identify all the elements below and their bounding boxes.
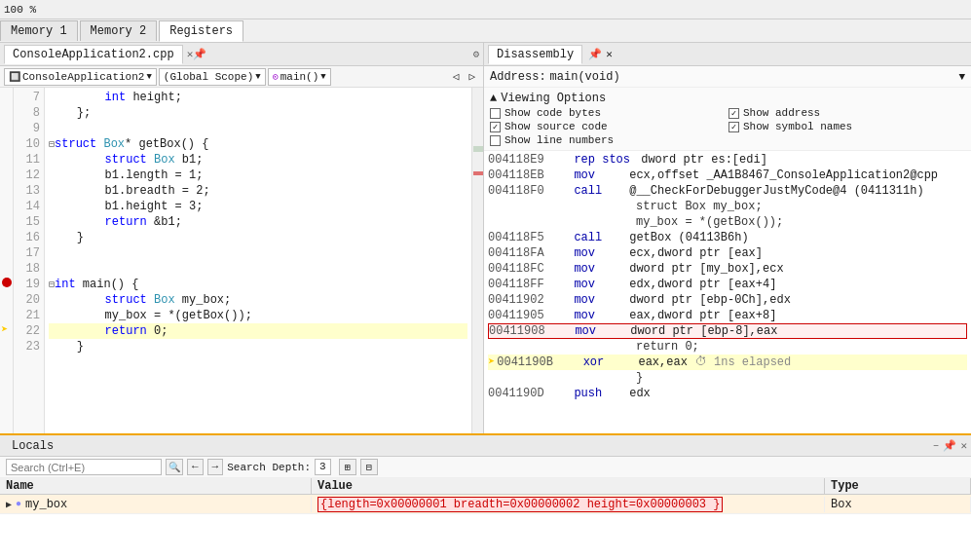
address-dropdown-arrow[interactable]: ▼	[958, 71, 965, 83]
nav-back-btn[interactable]: ←	[187, 459, 204, 475]
tab-memory1[interactable]: Memory 1	[0, 20, 78, 41]
code-file-tab[interactable]: ConsoleApplication2.cpp	[4, 45, 183, 64]
code-line-14: b1.height = 3;	[49, 199, 467, 214]
filter-btn[interactable]: ⊞	[339, 459, 356, 475]
viewing-options-collapse[interactable]: ▲	[490, 92, 497, 105]
tab-registers[interactable]: Registers	[159, 20, 243, 42]
disasm-tab[interactable]: Disassembly	[488, 45, 582, 64]
columns-btn[interactable]: ⊟	[360, 459, 378, 475]
code-line-12: b1.length = 1;	[49, 168, 467, 183]
disasm-src-return: return 0;	[488, 339, 967, 355]
address-label: Address:	[490, 70, 546, 84]
func-icon: ⊙	[273, 71, 279, 83]
options-grid: Show code bytes Show address Show source…	[490, 107, 965, 146]
tabs-row: Memory 1 Memory 2 Registers	[0, 19, 971, 43]
code-line-11: struct Box b1;	[49, 152, 467, 168]
code-line-9	[49, 121, 467, 136]
code-scrollbar[interactable]	[471, 88, 483, 433]
line-num-9: 9	[14, 121, 44, 136]
bp-row-7	[0, 88, 13, 103]
code-content: ➤ 7 8 9 10 11 12 13 14 15 16 17 18 19 20	[0, 88, 483, 433]
locals-action-minus[interactable]: –	[933, 439, 940, 452]
code-pin-icon[interactable]: 📌	[193, 48, 206, 60]
locals-action-close[interactable]: ✕	[960, 439, 967, 452]
locals-action-pin[interactable]: 📌	[943, 439, 956, 452]
locals-row-mybox[interactable]: ▶ ● my_box {length=0x00000001 breadth=0x…	[0, 495, 971, 514]
current-line-gutter: ➤	[0, 321, 13, 337]
code-line-8: };	[49, 105, 467, 121]
checkbox-show-symbol-names[interactable]	[728, 122, 739, 132]
line-num-20: 20	[14, 292, 44, 308]
search-depth-value[interactable]: 3	[315, 459, 331, 475]
code-settings-icon[interactable]: ⚙	[472, 48, 479, 60]
scope-dropdown[interactable]: (Global Scope) ▼	[159, 68, 266, 86]
disasm-line-8: 00411902 mov dword ptr [ebp-0Ch],edx	[488, 292, 967, 308]
scroll-indicator-red	[473, 171, 483, 175]
bp-row-19	[0, 275, 13, 290]
option-show-line-numbers: Show line numbers	[490, 134, 727, 146]
bottom-tab-bar: Locals – 📌 ✕	[0, 435, 971, 457]
bp-gutter: ➤	[0, 88, 14, 433]
disasm-pin-icon[interactable]: 📌	[588, 48, 602, 60]
bp-row-8	[0, 103, 13, 119]
disasm-close-icon[interactable]: ✕	[606, 48, 613, 60]
bp-row-9	[0, 119, 13, 134]
breakpoint-dot-19	[2, 278, 12, 287]
nav-fwd-btn[interactable]: →	[207, 459, 224, 475]
option-show-source-code: Show source code	[490, 121, 727, 132]
checkbox-show-address[interactable]	[728, 108, 739, 119]
code-line-10: ⊟struct Box* getBox() {	[49, 136, 467, 152]
bp-row-21	[0, 306, 13, 321]
bp-row-16	[0, 228, 13, 243]
bp-row-23	[0, 337, 13, 353]
line-num-8: 8	[14, 105, 44, 121]
code-tab-dot: ✕	[187, 48, 194, 60]
option-show-code-bytes: Show code bytes	[490, 107, 727, 119]
disasm-lines: 004118E9 rep stos dword ptr es:[edi] 004…	[484, 151, 971, 402]
code-line-18	[49, 261, 467, 277]
locals-value-highlighted: {length=0x00000001 breadth=0x00000002 he…	[317, 497, 723, 512]
func-dropdown[interactable]: ⊙ main() ▼	[268, 68, 331, 86]
expand-arrow[interactable]: ▶	[6, 499, 12, 510]
line-num-19: 19	[14, 277, 44, 292]
toolbar-fwd-btn[interactable]: ▷	[465, 68, 479, 85]
disasm-line-1: 004118E9 rep stos dword ptr es:[edi]	[488, 152, 967, 168]
line-num-22: 22	[14, 323, 44, 339]
locals-cell-type: Box	[825, 497, 971, 512]
main-area: ConsoleApplication2.cpp ✕ 📌 ⚙ 🔲 ConsoleA…	[0, 43, 971, 433]
disasm-src-brace: }	[488, 370, 967, 386]
scroll-indicator-green	[473, 146, 483, 152]
checkbox-show-line-numbers[interactable]	[490, 135, 501, 146]
bp-row-10	[0, 134, 13, 150]
checkbox-show-source-code[interactable]	[490, 122, 501, 132]
toolbar-back-btn[interactable]: ◁	[449, 68, 464, 85]
line-num-15: 15	[14, 214, 44, 230]
address-bar: Address: main(void) ▼	[484, 66, 971, 88]
disasm-line-6: 004118FC mov dword ptr [my_box],ecx	[488, 261, 967, 277]
search-depth-label: Search Depth:	[227, 462, 311, 473]
line-num-23: 23	[14, 339, 44, 355]
checkbox-show-code-bytes[interactable]	[490, 108, 501, 119]
option-show-symbol-names: Show symbol names	[728, 121, 965, 132]
disasm-content: 004118E9 rep stos dword ptr es:[edi] 004…	[484, 151, 971, 433]
disasm-line-5: 004118FA mov ecx,dword ptr [eax]	[488, 245, 967, 261]
locals-tab[interactable]: Locals	[4, 437, 61, 455]
tab-memory2[interactable]: Memory 2	[80, 20, 158, 41]
bp-row-20	[0, 290, 13, 306]
code-panel: ConsoleApplication2.cpp ✕ 📌 ⚙ 🔲 ConsoleA…	[0, 43, 484, 433]
func-dropdown-arrow: ▼	[320, 72, 325, 82]
code-line-19: ⊟int main() {	[49, 277, 467, 292]
line-num-17: 17	[14, 245, 44, 261]
code-lines-area: int height; }; ⊟struct Box* getBox() { s…	[45, 88, 471, 433]
search-button[interactable]: 🔍	[166, 459, 183, 475]
code-line-16: }	[49, 230, 467, 245]
viewing-options-title[interactable]: ▲ Viewing Options	[490, 92, 965, 105]
address-value: main(void)	[550, 70, 959, 84]
project-icon: 🔲	[9, 71, 20, 83]
locals-table-header: Name Value Type	[0, 478, 971, 495]
bp-row-15	[0, 212, 13, 228]
project-dropdown[interactable]: 🔲 ConsoleApplication2 ▼	[4, 68, 157, 86]
code-line-17	[49, 245, 467, 261]
search-input[interactable]	[6, 459, 162, 475]
bp-row-11	[0, 150, 13, 166]
